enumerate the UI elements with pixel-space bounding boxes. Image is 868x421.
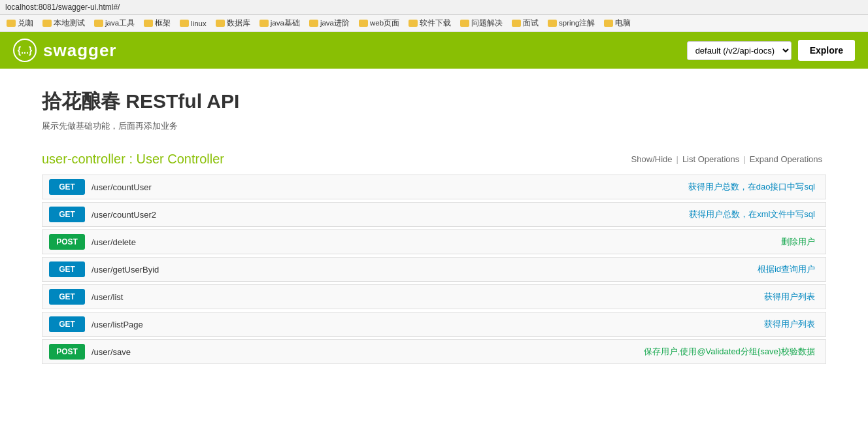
bookmark-item[interactable]: java进阶 — [307, 17, 352, 29]
method-badge: GET — [49, 316, 85, 332]
endpoint-path: /user/countUser2 — [92, 207, 689, 222]
folder-icon — [604, 20, 613, 27]
swagger-logo: {...} swagger — [13, 39, 117, 62]
method-badge: GET — [49, 289, 85, 305]
controller-name: user-controller — [42, 152, 125, 166]
bookmark-item[interactable]: 软件下载 — [406, 17, 454, 29]
endpoint-description: 获得用户列表 — [764, 318, 826, 330]
folder-icon — [180, 20, 189, 27]
folder-icon — [548, 20, 557, 27]
bookmark-item[interactable]: spring注解 — [545, 17, 597, 29]
controller-header: user-controller : User Controller Show/H… — [42, 152, 826, 167]
endpoint-row[interactable]: GET/user/countUser2获得用户总数，在xml文件中写sql — [42, 202, 826, 227]
show-hide-link[interactable]: Show/Hide — [627, 154, 676, 164]
endpoint-row[interactable]: GET/user/listPage获得用户列表 — [42, 312, 826, 337]
bookmark-item[interactable]: 问题解决 — [458, 17, 505, 29]
endpoint-row[interactable]: GET/user/list获得用户列表 — [42, 284, 826, 309]
bookmark-item[interactable]: web页面 — [356, 17, 402, 29]
expand-operations-link[interactable]: Expand Operations — [746, 154, 826, 164]
bookmark-item[interactable]: 兑咖 — [4, 17, 36, 29]
bookmark-label: web页面 — [370, 18, 399, 28]
bookmark-item[interactable]: 数据库 — [213, 17, 253, 29]
bookmark-label: 面试 — [523, 18, 539, 28]
bookmarks-bar: 兑咖本地测试java工具框架linux数据库java基础java进阶web页面软… — [0, 15, 868, 32]
folder-icon — [144, 20, 153, 27]
bookmark-item[interactable]: java基础 — [257, 17, 303, 29]
api-docs-select[interactable]: default (/v2/api-docs) — [687, 41, 792, 60]
controller-subtitle: User Controller — [137, 152, 224, 166]
api-description: 展示先做基础功能，后面再添加业务 — [42, 120, 826, 132]
bookmark-label: java基础 — [271, 18, 300, 28]
explore-button[interactable]: Explore — [798, 40, 855, 61]
folder-icon — [512, 20, 521, 27]
bookmark-label: 兑咖 — [18, 18, 33, 28]
folder-icon — [359, 20, 368, 27]
folder-icon — [94, 20, 103, 27]
bookmark-label: 电脑 — [615, 18, 631, 28]
endpoint-path: /user/save — [92, 345, 644, 360]
endpoint-description: 获得用户列表 — [764, 291, 826, 303]
endpoint-description: 删除用户 — [781, 236, 826, 248]
endpoint-description: 获得用户总数，在xml文件中写sql — [689, 209, 826, 220]
bookmark-label: 框架 — [155, 18, 171, 28]
endpoint-path: /user/list — [92, 290, 764, 305]
bookmark-item[interactable]: 面试 — [509, 17, 541, 29]
controller-title: user-controller : User Controller — [42, 152, 224, 167]
bookmark-label: 软件下载 — [420, 18, 451, 28]
swagger-header: {...} swagger default (/v2/api-docs) Exp… — [0, 32, 868, 69]
method-badge: GET — [49, 179, 85, 195]
folder-icon — [309, 20, 318, 27]
folder-icon — [216, 20, 225, 27]
method-badge: POST — [49, 344, 85, 360]
folder-icon — [42, 20, 52, 27]
controller-colon: : — [129, 152, 136, 166]
endpoints-list: GET/user/countUser获得用户总数，在dao接口中写sqlGET/… — [42, 175, 826, 364]
method-badge: GET — [49, 261, 85, 277]
bookmark-item[interactable]: linux — [177, 18, 209, 29]
endpoint-row[interactable]: GET/user/countUser获得用户总数，在dao接口中写sql — [42, 175, 826, 199]
endpoint-row[interactable]: POST/user/save保存用户,使用@Validated分组{save}校… — [42, 339, 826, 364]
browser-bar: localhost:8081/swagger-ui.html#/ — [0, 0, 868, 15]
endpoint-path: /user/countUser — [92, 180, 688, 195]
endpoint-description: 根据id查询用户 — [758, 263, 826, 275]
endpoint-path: /user/delete — [92, 235, 781, 250]
folder-icon — [409, 20, 418, 27]
swagger-header-right: default (/v2/api-docs) Explore — [687, 40, 855, 61]
bookmark-label: java进阶 — [320, 18, 350, 28]
list-operations-link[interactable]: List Operations — [678, 154, 743, 164]
method-badge: GET — [49, 207, 85, 222]
bookmark-label: 问题解决 — [471, 18, 503, 28]
method-badge: POST — [49, 234, 85, 250]
api-title: 拾花酿春 RESTful API — [42, 88, 826, 115]
bookmark-item[interactable]: 框架 — [141, 17, 173, 29]
bookmark-label: 本地测试 — [54, 18, 85, 28]
swagger-logo-icon: {...} — [13, 39, 37, 62]
bookmark-item[interactable]: 本地测试 — [40, 17, 88, 29]
endpoint-row[interactable]: POST/user/delete删除用户 — [42, 229, 826, 254]
endpoint-description: 获得用户总数，在dao接口中写sql — [688, 181, 826, 193]
endpoint-description: 保存用户,使用@Validated分组{save}校验数据 — [644, 346, 826, 358]
logo-symbol: {...} — [18, 45, 33, 56]
endpoint-path: /user/getUserByid — [92, 262, 758, 277]
endpoint-row[interactable]: GET/user/getUserByid根据id查询用户 — [42, 257, 826, 282]
swagger-logo-text: swagger — [43, 41, 117, 61]
bookmark-item[interactable]: 电脑 — [601, 17, 633, 29]
url-display: localhost:8081/swagger-ui.html#/ — [5, 3, 120, 12]
bookmark-label: linux — [191, 20, 207, 27]
endpoint-path: /user/listPage — [92, 317, 764, 332]
bookmark-label: 数据库 — [227, 18, 250, 28]
folder-icon — [7, 20, 16, 27]
bookmark-label: spring注解 — [559, 18, 595, 28]
bookmark-item[interactable]: java工具 — [92, 17, 137, 29]
folder-icon — [460, 20, 469, 27]
main-content: 拾花酿春 RESTful API 展示先做基础功能，后面再添加业务 user-c… — [16, 69, 852, 386]
folder-icon — [259, 20, 269, 27]
bookmark-label: java工具 — [105, 18, 135, 28]
controller-actions: Show/Hide | List Operations | Expand Ope… — [627, 154, 826, 164]
